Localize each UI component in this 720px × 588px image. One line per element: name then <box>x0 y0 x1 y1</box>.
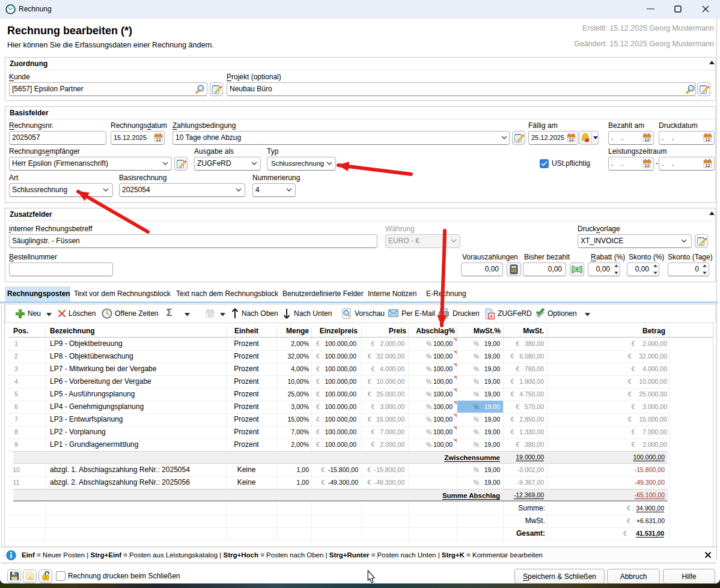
svg-text:12: 12 <box>705 163 710 168</box>
svg-text:12: 12 <box>569 137 574 142</box>
svg-text:12: 12 <box>207 312 213 318</box>
svg-text:12: 12 <box>705 137 710 142</box>
svg-text:12: 12 <box>156 137 161 142</box>
svg-text:12: 12 <box>644 163 650 168</box>
svg-text:A: A <box>490 314 493 318</box>
svg-text:12: 12 <box>644 137 650 142</box>
